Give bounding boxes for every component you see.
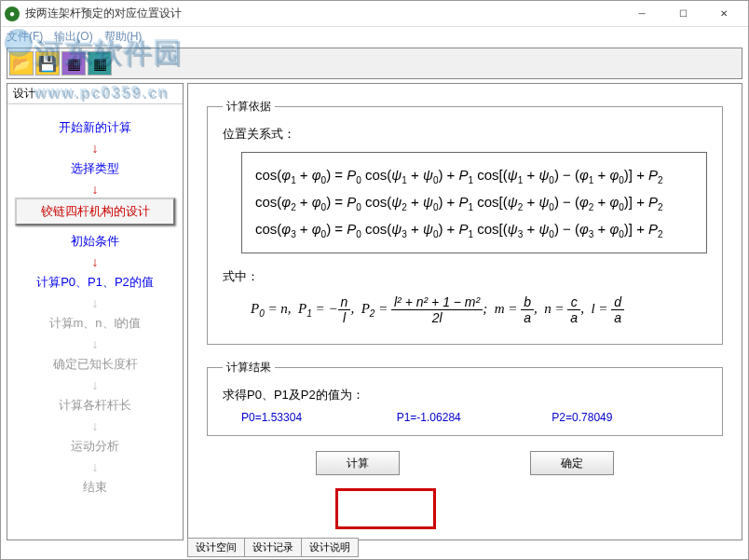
window-title: 按两连架杆预定的对应位置设计	[25, 6, 621, 21]
flow-step-hinge-design[interactable]: 铰链四杆机构的设计	[15, 198, 175, 225]
equation-box: cos(φ1 + φ0) = P0 cos(ψ1 + ψ0) + P1 cos[…	[241, 152, 707, 253]
arrow-icon: ↓	[7, 257, 183, 266]
flow-step-end: 结束	[7, 475, 183, 499]
arrow-icon: ↓	[7, 339, 183, 348]
basis-legend: 计算依据	[223, 99, 275, 115]
flow-step-mnl: 计算m、n、l的值	[7, 311, 183, 335]
flow-step-initial[interactable]: 初始条件	[7, 229, 183, 253]
result-values: P0=1.53304 P1=-1.06284 P2=0.78049	[223, 411, 707, 424]
sidebar: 设计 开始新的计算 ↓ 选择类型 ↓ 铰链四杆机构的设计 初始条件 ↓ 计算P0…	[7, 83, 184, 540]
arrow-icon: ↓	[7, 143, 183, 153]
flow-step-start[interactable]: 开始新的计算	[7, 116, 183, 140]
titlebar: ● 按两连架杆预定的对应位置设计 ─ ☐ ✕	[1, 1, 748, 27]
arrow-icon: ↓	[7, 184, 183, 194]
arrow-icon: ↓	[7, 421, 183, 430]
toolbar: 📂 💾 ▦ ▦	[7, 48, 742, 79]
tab-design-space[interactable]: 设计空间	[187, 538, 245, 557]
arrow-icon: ↓	[7, 380, 183, 389]
relation-label: 位置关系式：	[223, 126, 707, 143]
result-p2: P2=0.78049	[552, 411, 707, 424]
toolbar-tool1-icon[interactable]: ▦	[61, 51, 86, 75]
content-panel: 计算依据 位置关系式： cos(φ1 + φ0) = P0 cos(ψ1 + ψ…	[187, 83, 742, 540]
flow-step-rod-length: 计算各杆杆长	[7, 393, 183, 417]
flow-step-motion: 运动分析	[7, 434, 183, 458]
maximize-button[interactable]: ☐	[662, 3, 703, 25]
ok-button[interactable]: 确定	[530, 451, 614, 475]
toolbar-tool2-icon[interactable]: ▦	[88, 51, 112, 75]
result-p0: P0=1.53304	[241, 411, 397, 424]
calculate-button[interactable]: 计算	[316, 451, 400, 475]
formula-definitions: P0 = n, P1 = −nl, P2 = l² + n² + 1 − m²2…	[251, 294, 707, 325]
arrow-icon: ↓	[7, 462, 183, 471]
arrow-icon: ↓	[7, 298, 183, 307]
watermark-logo-icon	[5, 29, 33, 57]
tab-design-record[interactable]: 设计记录	[244, 538, 302, 557]
result-label: 求得P0、P1及P2的值为：	[223, 387, 707, 403]
highlight-box	[335, 488, 436, 529]
bottom-tabs: 设计空间 设计记录 设计说明	[187, 538, 358, 557]
result-p1: P1=-1.06284	[397, 411, 552, 424]
flow-step-known-rod: 确定已知长度杆	[7, 352, 183, 376]
menu-help[interactable]: 帮助(H)	[104, 29, 143, 45]
flow-step-select-type[interactable]: 选择类型	[7, 157, 183, 181]
sidebar-tab-design[interactable]: 设计	[7, 84, 183, 104]
menu-output[interactable]: 输出(O)	[54, 29, 92, 45]
result-legend: 计算结果	[223, 360, 275, 376]
app-icon: ●	[5, 7, 20, 21]
toolbar-save-icon[interactable]: 💾	[35, 51, 60, 75]
flow-step-p012[interactable]: 计算P0、P1、P2的值	[7, 270, 183, 294]
basis-group: 计算依据 位置关系式： cos(φ1 + φ0) = P0 cos(ψ1 + ψ…	[207, 99, 723, 345]
close-button[interactable]: ✕	[703, 3, 744, 25]
menubar: 文件(F) 输出(O) 帮助(H)	[1, 27, 748, 46]
minimize-button[interactable]: ─	[621, 3, 662, 25]
tab-design-desc[interactable]: 设计说明	[301, 538, 359, 557]
where-label: 式中：	[223, 268, 707, 285]
result-group: 计算结果 求得P0、P1及P2的值为： P0=1.53304 P1=-1.062…	[207, 360, 723, 436]
